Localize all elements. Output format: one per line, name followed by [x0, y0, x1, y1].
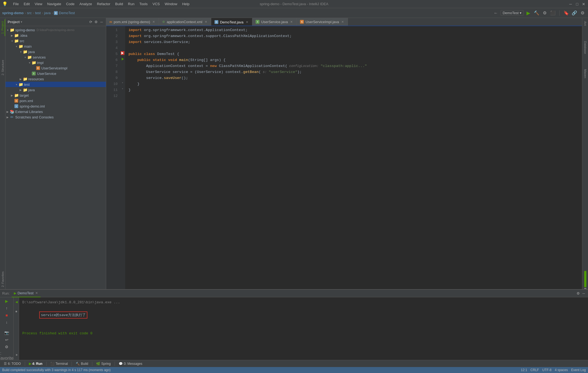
- tree-item-java-main[interactable]: ▾ 📁 java: [5, 49, 106, 54]
- tab-close-pom[interactable]: ✕: [152, 20, 155, 24]
- menu-help[interactable]: Help: [180, 1, 192, 7]
- tree-item-resources[interactable]: ▶ 📁 resources: [5, 76, 106, 82]
- tree-item-java-test[interactable]: ▶ 📁 java: [5, 87, 106, 93]
- screenshot-button[interactable]: 📷: [4, 330, 10, 336]
- navigate-back-button[interactable]: ←: [492, 10, 499, 16]
- favorites-button[interactable]: 2: Favorites: [4, 353, 10, 359]
- run-config-button[interactable]: ⬛: [550, 10, 556, 16]
- indent-setting[interactable]: 4 spaces: [555, 368, 568, 372]
- coverage-button[interactable]: ⚙: [541, 10, 548, 16]
- tree-item-services[interactable]: ▾ 📁 services: [5, 54, 106, 60]
- tree-item-root[interactable]: ▾ 📁 spring-demo D:\IdeaProjects\spring-d…: [5, 27, 106, 33]
- tree-item-test[interactable]: ▾ 📁 test: [5, 82, 106, 87]
- tree-item-impl[interactable]: ▾ 📁 impl: [5, 60, 106, 65]
- fold-line11[interactable]: ▾: [120, 86, 125, 92]
- run-config-selector[interactable]: DemoTest ▾: [501, 10, 523, 16]
- tab-pom[interactable]: m pom.xml (spring-demo) ✕: [106, 18, 159, 26]
- menu-window[interactable]: Window: [163, 1, 179, 7]
- menu-analyze[interactable]: Analyze: [77, 1, 94, 7]
- menu-build[interactable]: Build: [113, 1, 125, 7]
- settings-button[interactable]: ⚙: [579, 10, 586, 16]
- fold-line10[interactable]: ▾: [120, 80, 125, 86]
- run-button[interactable]: ▶: [525, 10, 532, 16]
- menu-tools[interactable]: Tools: [137, 1, 150, 7]
- menu-file[interactable]: File: [11, 1, 21, 7]
- tab-appctx[interactable]: ⚙ applicationContext.xml ✕: [159, 18, 211, 26]
- tab-maven[interactable]: Maven: [583, 67, 587, 80]
- run-button-line5[interactable]: [120, 50, 125, 56]
- scroll-down-button[interactable]: ↓: [4, 319, 10, 325]
- tab-favorites[interactable]: 2: Favorites: [1, 269, 5, 289]
- tab-ant[interactable]: Ant: [583, 19, 587, 28]
- bottom-run-tab[interactable]: ▶: [14, 298, 19, 306]
- settings2-button[interactable]: ⚙: [4, 344, 10, 350]
- tab-database[interactable]: Database: [583, 39, 587, 56]
- menu-edit[interactable]: Edit: [22, 1, 32, 7]
- toolbar-run[interactable]: ▶ 4: Run: [27, 361, 44, 366]
- tree-item-pom[interactable]: m pom.xml: [5, 98, 106, 103]
- tab-userservice[interactable]: I UserService.java ✕: [252, 18, 297, 26]
- vcs-button[interactable]: 🔖: [563, 10, 569, 16]
- breadcrumb-demotest[interactable]: C DemoTest: [54, 11, 75, 15]
- wrap-button[interactable]: ↩: [4, 337, 10, 343]
- collapse-icon[interactable]: ─: [99, 20, 104, 24]
- tree-item-src[interactable]: ▾ 📁 src: [5, 38, 106, 44]
- tree-item-userserviceimpl[interactable]: C UserServiceImpl: [5, 65, 106, 71]
- breadcrumb-java[interactable]: java: [44, 11, 51, 15]
- maximize-button[interactable]: □: [575, 2, 579, 6]
- gear-icon[interactable]: ⚙: [94, 20, 98, 24]
- tree-item-target[interactable]: ▶ 📁 target: [5, 93, 106, 98]
- menu-navigate[interactable]: Navigate: [45, 1, 63, 7]
- bottom-stop-btn[interactable]: ■: [14, 308, 19, 316]
- menu-code[interactable]: Code: [64, 1, 77, 7]
- toolbar-spring[interactable]: 🌿 Spring: [94, 361, 112, 366]
- tree-item-iml[interactable]: i spring-demo.iml: [5, 103, 106, 109]
- tree-item-idea[interactable]: ▶ 📁 .idea: [5, 33, 106, 38]
- run-tab[interactable]: ▶ DemoTest ✕: [12, 290, 41, 297]
- menu-vcs[interactable]: VCS: [150, 1, 162, 7]
- build-button[interactable]: 🔨: [533, 10, 540, 16]
- scroll-up-button[interactable]: ↑: [4, 305, 10, 311]
- tree-item-scratches[interactable]: ▶ ✏ Scratches and Consoles: [5, 114, 106, 120]
- bookmark-button[interactable]: 🔗: [571, 10, 578, 16]
- run-panel-header: Run: ▶ DemoTest ✕ ⚙ ─: [0, 290, 588, 297]
- toolbar-messages[interactable]: 💬 0: Messages: [117, 361, 144, 366]
- encoding[interactable]: UTF-8: [542, 368, 552, 372]
- tree-item-external-libs[interactable]: ▶ 📚 External Libraries: [5, 109, 106, 114]
- code-content[interactable]: import org.springframework.context.Appli…: [125, 26, 582, 289]
- tab-close-appctx[interactable]: ✕: [204, 20, 208, 24]
- toolbar-todo[interactable]: ☰ 6: TODO: [2, 361, 23, 366]
- tab-close-demotest[interactable]: ✕: [245, 20, 249, 24]
- toolbar-terminal[interactable]: ⬛ Terminal: [49, 361, 69, 366]
- bottom-fav-tab[interactable]: ★: [14, 351, 19, 359]
- menu-view[interactable]: View: [32, 1, 44, 7]
- line-separator[interactable]: CRLF: [531, 368, 539, 372]
- run-tab-close[interactable]: ✕: [35, 291, 38, 295]
- breadcrumb-src[interactable]: src: [27, 11, 32, 15]
- tab-project[interactable]: 1: Project: [0, 19, 5, 36]
- tree-item-main[interactable]: ▾ 📁 main: [5, 44, 106, 49]
- minimize-panel-icon[interactable]: ─: [581, 291, 586, 296]
- breadcrumb-test[interactable]: test: [35, 11, 41, 15]
- close-button[interactable]: ✕: [581, 2, 586, 6]
- tab-demotest[interactable]: C DemoTest.java ✕: [211, 18, 252, 26]
- event-log-link[interactable]: Event Log: [571, 368, 586, 372]
- tree-item-userservice[interactable]: I UserService: [5, 71, 106, 76]
- settings-icon[interactable]: ⚙: [576, 291, 580, 296]
- tab-userserviceimpl[interactable]: C UserServiceImpl.java ✕: [297, 18, 348, 26]
- menu-refactor[interactable]: Refactor: [95, 1, 112, 7]
- menu-run[interactable]: Run: [126, 1, 137, 7]
- tab-structure[interactable]: 2: Structure: [1, 58, 5, 78]
- cursor-position[interactable]: 12:1: [521, 368, 527, 372]
- sync-icon[interactable]: ⟳: [88, 20, 93, 24]
- stop-button[interactable]: ■: [4, 313, 10, 318]
- tab-close-userservice[interactable]: ✕: [289, 20, 293, 24]
- expand-arrow: ▶: [19, 77, 23, 81]
- breadcrumb-project[interactable]: spring-demo: [2, 11, 24, 15]
- tab-close-userserviceimpl[interactable]: ✕: [341, 20, 344, 24]
- run-again-button[interactable]: ▶: [4, 298, 10, 304]
- run-button-line6[interactable]: [120, 56, 125, 62]
- app-icon: 💡: [2, 1, 8, 7]
- toolbar-build[interactable]: 🔨 Build: [74, 361, 90, 366]
- minimize-button[interactable]: ─: [568, 2, 573, 6]
